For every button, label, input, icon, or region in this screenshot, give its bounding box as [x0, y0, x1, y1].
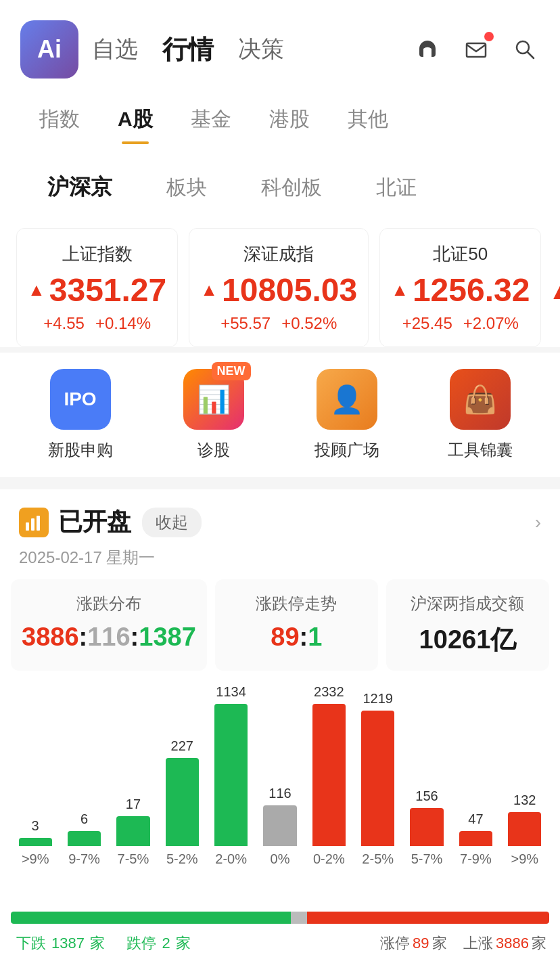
quick-label-diag: 诊股 — [197, 439, 230, 461]
third-nav-bankuai[interactable]: 板块 — [139, 166, 234, 210]
bar-label-top: 6 — [80, 811, 88, 827]
market-status-icon — [19, 508, 49, 537]
headset-icon[interactable] — [413, 35, 442, 64]
card-name-shangzheng: 上证指数 — [28, 242, 166, 266]
sub-nav: 指数 A股 基金 港股 其他 — [20, 95, 540, 144]
third-nav-kechuang[interactable]: 科创板 — [234, 166, 349, 210]
bar-label-top: 132 — [513, 792, 536, 808]
third-nav: 沪深京 板块 科创板 北证 — [0, 158, 560, 221]
svg-rect-5 — [26, 522, 29, 531]
card-value-shangzheng: ▲ 3351.27 — [28, 271, 166, 309]
card-name-shenzheng: 深证成指 — [200, 242, 357, 266]
bar-label-top: 2332 — [314, 684, 344, 700]
index-card-shenzheng[interactable]: 深证成指 ▲ 10805.03 +55.57 +0.52% — [189, 228, 369, 347]
ipo-icon: IPO — [50, 369, 111, 430]
trend-value: 89:1 — [226, 623, 367, 652]
card-name-beizheng50: 北证50 — [391, 242, 530, 266]
stat-card-volume[interactable]: 沪深两指成交额 10261亿 — [386, 579, 549, 671]
bar-label-bottom: 2-0% — [215, 851, 247, 867]
card-value-beizheng50: ▲ 1256.32 — [391, 271, 530, 309]
quick-item-diag[interactable]: 📊 NEW 诊股 — [147, 369, 280, 461]
bar-group: 12192-5% — [354, 684, 402, 867]
bar-group: 1565-7% — [402, 684, 451, 867]
bar-group: 132>9% — [500, 684, 549, 867]
bars-container: 3>9%69-7%177-5%2275-2%11342-0%1160%23320… — [11, 684, 549, 901]
app-logo: Ai — [20, 20, 78, 79]
bar-group: 3>9% — [11, 684, 60, 867]
sub-nav-agu[interactable]: A股 — [99, 95, 172, 144]
quick-item-advisor[interactable]: 👤 投顾广场 — [280, 369, 413, 461]
stat-card-trend[interactable]: 涨跌停走势 89:1 — [215, 579, 378, 671]
search-icon[interactable] — [510, 35, 540, 64]
stat-card-distribution[interactable]: 涨跌分布 3886:116:1387 — [11, 579, 207, 671]
bar-label-top: 47 — [468, 811, 483, 827]
nav-tab-hangqing[interactable]: 行情 — [162, 32, 214, 67]
bottom-bar-gray — [291, 912, 307, 924]
distribution-value: 3886:116:1387 — [22, 623, 196, 652]
sub-nav-jijin[interactable]: 基金 — [172, 95, 250, 144]
sub-nav-ganggu[interactable]: 港股 — [250, 95, 329, 144]
market-chevron-right[interactable]: › — [535, 512, 541, 533]
svg-rect-7 — [37, 516, 40, 531]
nav-tab-juece[interactable]: 决策 — [238, 34, 284, 65]
bar-element — [410, 808, 443, 846]
index-card-beizheng50[interactable]: 北证50 ▲ 1256.32 +25.45 +2.07% — [379, 228, 541, 347]
bar-element — [508, 812, 541, 846]
trend-title: 涨跌停走势 — [226, 593, 367, 614]
bar-label-bottom: 5-2% — [166, 851, 198, 867]
quick-item-ipo[interactable]: IPO 新股申购 — [14, 369, 147, 461]
bottom-stats: 下跌1387家 跌停2家 涨停89家 上涨3886家 — [0, 924, 560, 954]
bar-label-bottom: 9-7% — [68, 851, 100, 867]
index-card-shangzheng[interactable]: 上证指数 ▲ 3351.27 +4.55 +0.14% — [16, 228, 178, 347]
svg-rect-2 — [467, 43, 486, 57]
bar-label-top: 156 — [415, 788, 438, 804]
bar-label-bottom: >9% — [511, 851, 538, 867]
bar-element — [459, 831, 492, 846]
bar-element — [19, 838, 52, 846]
bar-element — [214, 704, 248, 846]
header: Ai 自选 行情 决策 — [0, 0, 560, 158]
bar-label-bottom: 7-9% — [460, 851, 492, 867]
svg-line-4 — [528, 52, 534, 58]
collapse-button[interactable]: 收起 — [142, 508, 202, 537]
svg-rect-1 — [433, 49, 436, 54]
third-nav-hushenj[interactable]: 沪深京 — [20, 164, 139, 210]
third-nav-beizheng[interactable]: 北证 — [349, 166, 444, 210]
sub-nav-zhishu[interactable]: 指数 — [20, 95, 99, 144]
volume-value: 10261亿 — [397, 623, 538, 657]
bar-label-bottom: 7-5% — [118, 851, 149, 867]
bar-label-bottom: 0% — [271, 851, 290, 867]
bottom-bar — [11, 912, 549, 924]
bar-element — [312, 704, 346, 846]
tools-icon: 👜 — [450, 369, 511, 430]
diag-icon: 📊 NEW — [183, 369, 244, 430]
market-status-title: 已开盘 — [58, 506, 131, 539]
bar-label-bottom: 2-5% — [362, 851, 394, 867]
card-value-shenzheng: ▲ 10805.03 — [200, 271, 357, 309]
bar-element — [116, 816, 149, 846]
bar-group: 23320-2% — [304, 684, 353, 867]
quick-label-tools: 工具锦囊 — [448, 439, 513, 461]
bar-label-top: 1219 — [363, 691, 393, 707]
bar-group: 177-5% — [109, 684, 158, 867]
market-header: 已开盘 收起 › — [0, 489, 560, 547]
mail-icon[interactable] — [461, 35, 491, 64]
bar-element — [263, 805, 296, 846]
sub-nav-qita[interactable]: 其他 — [329, 95, 407, 144]
bar-label-bottom: 5-7% — [411, 851, 443, 867]
quick-item-tools[interactable]: 👜 工具锦囊 — [413, 369, 546, 461]
bottom-bar-green — [11, 912, 291, 924]
bottom-stat-up: 涨停89家 上涨3886家 — [380, 933, 546, 954]
bottom-bar-red — [307, 912, 549, 924]
bar-label-top: 17 — [126, 797, 141, 812]
nav-tab-zixuan[interactable]: 自选 — [92, 34, 138, 65]
svg-rect-0 — [419, 49, 422, 54]
bar-group: 69-7% — [60, 684, 108, 867]
bar-label-top: 3 — [32, 818, 39, 834]
svg-rect-6 — [31, 518, 34, 531]
bar-element — [166, 758, 199, 846]
bar-group: 1160% — [256, 684, 304, 867]
index-card-more[interactable]: ▲ — [546, 228, 560, 347]
stats-row: 涨跌分布 3886:116:1387 涨跌停走势 89:1 沪深两指成交额 10… — [0, 579, 560, 671]
quick-label-advisor: 投顾广场 — [314, 439, 379, 461]
